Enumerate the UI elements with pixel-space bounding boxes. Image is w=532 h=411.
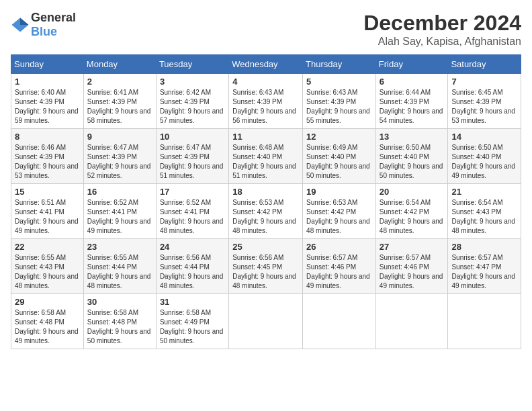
calendar-day-cell: 21 Sunrise: 6:54 AMSunset: 4:43 PMDaylig… xyxy=(448,184,521,239)
day-number: 8 xyxy=(15,132,80,142)
day-info: Sunrise: 6:57 AMSunset: 4:46 PMDaylight:… xyxy=(380,254,443,289)
calendar-table: SundayMondayTuesdayWednesdayThursdayFrid… xyxy=(11,54,521,349)
day-info: Sunrise: 6:44 AMSunset: 4:39 PMDaylight:… xyxy=(380,89,443,124)
logo: General Blue xyxy=(11,11,76,39)
day-info: Sunrise: 6:53 AMSunset: 4:42 PMDaylight:… xyxy=(232,199,296,234)
day-info: Sunrise: 6:57 AMSunset: 4:46 PMDaylight:… xyxy=(306,254,370,289)
day-info: Sunrise: 6:46 AMSunset: 4:39 PMDaylight:… xyxy=(15,144,79,179)
calendar-day-cell: 19 Sunrise: 6:53 AMSunset: 4:42 PMDaylig… xyxy=(303,184,376,239)
day-number: 5 xyxy=(306,77,372,87)
day-info: Sunrise: 6:47 AMSunset: 4:39 PMDaylight:… xyxy=(87,144,151,179)
day-info: Sunrise: 6:41 AMSunset: 4:39 PMDaylight:… xyxy=(87,89,151,124)
calendar-week-row: 22 Sunrise: 6:55 AMSunset: 4:43 PMDaylig… xyxy=(11,239,521,294)
day-info: Sunrise: 6:56 AMSunset: 4:44 PMDaylight:… xyxy=(160,254,224,289)
day-info: Sunrise: 6:55 AMSunset: 4:44 PMDaylight:… xyxy=(87,254,151,289)
logo-blue-text: Blue xyxy=(31,25,57,38)
day-number: 12 xyxy=(306,132,372,142)
calendar-day-cell: 6 Sunrise: 6:44 AMSunset: 4:39 PMDayligh… xyxy=(375,74,448,129)
day-info: Sunrise: 6:47 AMSunset: 4:39 PMDaylight:… xyxy=(160,144,224,179)
calendar-day-cell xyxy=(375,294,448,349)
calendar-day-cell: 22 Sunrise: 6:55 AMSunset: 4:43 PMDaylig… xyxy=(11,239,84,294)
day-number: 11 xyxy=(232,132,299,142)
day-info: Sunrise: 6:49 AMSunset: 4:40 PMDaylight:… xyxy=(306,144,370,179)
weekday-header-cell: Saturday xyxy=(448,55,521,74)
day-number: 4 xyxy=(232,77,299,87)
calendar-day-cell: 25 Sunrise: 6:56 AMSunset: 4:45 PMDaylig… xyxy=(229,239,303,294)
calendar-day-cell: 31 Sunrise: 6:58 AMSunset: 4:49 PMDaylig… xyxy=(156,294,228,349)
day-number: 18 xyxy=(232,187,299,197)
day-number: 15 xyxy=(15,187,80,197)
logo-general-text: General xyxy=(31,11,76,24)
calendar-day-cell: 5 Sunrise: 6:43 AMSunset: 4:39 PMDayligh… xyxy=(303,74,376,129)
calendar-day-cell: 12 Sunrise: 6:49 AMSunset: 4:40 PMDaylig… xyxy=(303,129,376,184)
calendar-day-cell: 17 Sunrise: 6:52 AMSunset: 4:41 PMDaylig… xyxy=(156,184,228,239)
calendar-day-cell: 11 Sunrise: 6:48 AMSunset: 4:40 PMDaylig… xyxy=(229,129,303,184)
day-info: Sunrise: 6:58 AMSunset: 4:49 PMDaylight:… xyxy=(160,309,224,345)
weekday-header-cell: Friday xyxy=(375,55,448,74)
svg-marker-1 xyxy=(20,18,29,26)
day-number: 16 xyxy=(87,187,152,197)
day-number: 26 xyxy=(306,242,372,252)
day-number: 6 xyxy=(380,77,445,87)
day-number: 10 xyxy=(160,132,225,142)
title-area: December 2024 Alah Say, Kapisa, Afghanis… xyxy=(363,11,521,48)
calendar-day-cell: 20 Sunrise: 6:54 AMSunset: 4:42 PMDaylig… xyxy=(375,184,448,239)
day-number: 23 xyxy=(87,242,152,252)
calendar-day-cell: 28 Sunrise: 6:57 AMSunset: 4:47 PMDaylig… xyxy=(448,239,521,294)
weekday-header-cell: Thursday xyxy=(303,55,376,74)
day-number: 27 xyxy=(380,242,445,252)
calendar-day-cell: 30 Sunrise: 6:58 AMSunset: 4:48 PMDaylig… xyxy=(83,294,156,349)
calendar-week-row: 15 Sunrise: 6:51 AMSunset: 4:41 PMDaylig… xyxy=(11,184,521,239)
day-info: Sunrise: 6:58 AMSunset: 4:48 PMDaylight:… xyxy=(15,309,79,345)
calendar-day-cell: 2 Sunrise: 6:41 AMSunset: 4:39 PMDayligh… xyxy=(83,74,156,129)
calendar-week-row: 29 Sunrise: 6:58 AMSunset: 4:48 PMDaylig… xyxy=(11,294,521,349)
day-number: 30 xyxy=(87,297,152,307)
day-info: Sunrise: 6:54 AMSunset: 4:43 PMDaylight:… xyxy=(451,199,515,234)
day-info: Sunrise: 6:40 AMSunset: 4:39 PMDaylight:… xyxy=(15,89,79,124)
weekday-header-row: SundayMondayTuesdayWednesdayThursdayFrid… xyxy=(11,55,521,74)
day-number: 13 xyxy=(380,132,445,142)
day-info: Sunrise: 6:56 AMSunset: 4:45 PMDaylight:… xyxy=(232,254,296,289)
calendar-day-cell: 18 Sunrise: 6:53 AMSunset: 4:42 PMDaylig… xyxy=(229,184,303,239)
day-info: Sunrise: 6:52 AMSunset: 4:41 PMDaylight:… xyxy=(87,199,151,234)
day-number: 22 xyxy=(15,242,80,252)
calendar-day-cell xyxy=(229,294,303,349)
day-number: 17 xyxy=(160,187,225,197)
day-number: 1 xyxy=(15,77,80,87)
weekday-header-cell: Wednesday xyxy=(229,55,303,74)
day-number: 9 xyxy=(87,132,152,142)
calendar-day-cell: 26 Sunrise: 6:57 AMSunset: 4:46 PMDaylig… xyxy=(303,239,376,294)
day-info: Sunrise: 6:57 AMSunset: 4:47 PMDaylight:… xyxy=(451,254,515,289)
day-info: Sunrise: 6:58 AMSunset: 4:48 PMDaylight:… xyxy=(87,309,151,345)
day-number: 14 xyxy=(451,132,517,142)
calendar-day-cell: 13 Sunrise: 6:50 AMSunset: 4:40 PMDaylig… xyxy=(375,129,448,184)
day-info: Sunrise: 6:43 AMSunset: 4:39 PMDaylight:… xyxy=(306,89,370,124)
calendar-week-row: 1 Sunrise: 6:40 AMSunset: 4:39 PMDayligh… xyxy=(11,74,521,129)
day-info: Sunrise: 6:43 AMSunset: 4:39 PMDaylight:… xyxy=(232,89,296,124)
day-number: 7 xyxy=(451,77,517,87)
day-info: Sunrise: 6:48 AMSunset: 4:40 PMDaylight:… xyxy=(232,144,296,179)
calendar-day-cell: 15 Sunrise: 6:51 AMSunset: 4:41 PMDaylig… xyxy=(11,184,84,239)
day-number: 2 xyxy=(87,77,152,87)
calendar-day-cell: 3 Sunrise: 6:42 AMSunset: 4:39 PMDayligh… xyxy=(156,74,228,129)
day-number: 28 xyxy=(451,242,517,252)
day-info: Sunrise: 6:55 AMSunset: 4:43 PMDaylight:… xyxy=(15,254,79,289)
day-number: 31 xyxy=(160,297,225,307)
calendar-day-cell: 9 Sunrise: 6:47 AMSunset: 4:39 PMDayligh… xyxy=(83,129,156,184)
day-info: Sunrise: 6:50 AMSunset: 4:40 PMDaylight:… xyxy=(451,144,515,179)
day-info: Sunrise: 6:42 AMSunset: 4:39 PMDaylight:… xyxy=(160,89,224,124)
calendar-day-cell: 8 Sunrise: 6:46 AMSunset: 4:39 PMDayligh… xyxy=(11,129,84,184)
day-number: 29 xyxy=(15,297,80,307)
calendar-day-cell: 4 Sunrise: 6:43 AMSunset: 4:39 PMDayligh… xyxy=(229,74,303,129)
calendar-week-row: 8 Sunrise: 6:46 AMSunset: 4:39 PMDayligh… xyxy=(11,129,521,184)
day-info: Sunrise: 6:54 AMSunset: 4:42 PMDaylight:… xyxy=(380,199,443,234)
day-number: 21 xyxy=(451,187,517,197)
day-info: Sunrise: 6:52 AMSunset: 4:41 PMDaylight:… xyxy=(160,199,224,234)
calendar-day-cell: 14 Sunrise: 6:50 AMSunset: 4:40 PMDaylig… xyxy=(448,129,521,184)
calendar-day-cell: 23 Sunrise: 6:55 AMSunset: 4:44 PMDaylig… xyxy=(83,239,156,294)
calendar-day-cell: 1 Sunrise: 6:40 AMSunset: 4:39 PMDayligh… xyxy=(11,74,84,129)
day-number: 25 xyxy=(232,242,299,252)
calendar-body: 1 Sunrise: 6:40 AMSunset: 4:39 PMDayligh… xyxy=(11,74,521,349)
day-info: Sunrise: 6:53 AMSunset: 4:42 PMDaylight:… xyxy=(306,199,370,234)
weekday-header-cell: Monday xyxy=(83,55,156,74)
